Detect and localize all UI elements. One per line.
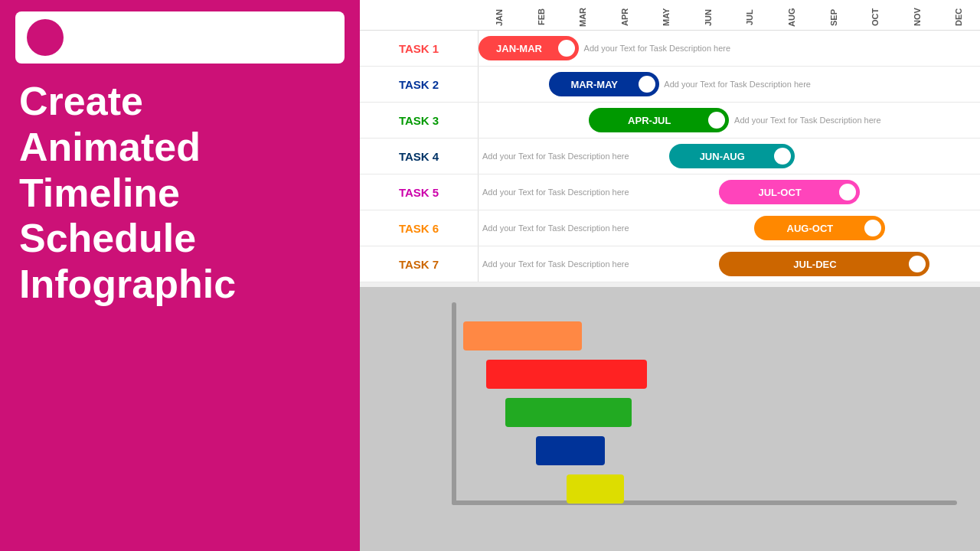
y-axis xyxy=(452,302,456,505)
task-bar-area-6: Add your Text for Task Description hereA… xyxy=(479,210,980,246)
task-desc-7: Add your Text for Task Description here xyxy=(482,259,629,269)
task-row-6: TASK 6Add your Text for Task Description… xyxy=(360,210,980,246)
logo-area xyxy=(15,11,345,64)
task-bar-2: MAR-MAY xyxy=(549,72,659,96)
task-bar-circle-2 xyxy=(639,76,655,93)
task-desc-3: Add your Text for Task Description here xyxy=(734,116,881,125)
task-bar-area-7: Add your Text for Task Description hereJ… xyxy=(479,246,980,282)
bottom-bar-4 xyxy=(536,436,605,465)
month-col-feb: FEB xyxy=(521,1,563,30)
task-bar-6: AUG-OCT xyxy=(754,216,884,240)
task-bar-area-2: Add your Text for Task Description hereM… xyxy=(479,67,980,102)
task-row-1: TASK 1Add your Text for Task Description… xyxy=(360,31,980,67)
task-row-4: TASK 4Add your Text for Task Description… xyxy=(360,139,980,174)
task-bar-5: JUL-OCT xyxy=(719,180,859,204)
task-bar-7: JUL-DEC xyxy=(719,252,929,276)
task-row-3: TASK 3Add your Text for Task Description… xyxy=(360,103,980,139)
month-col-jun: JUN xyxy=(688,1,730,30)
task-row-7: TASK 7Add your Text for Task Description… xyxy=(360,246,980,282)
task-label-6: TASK 6 xyxy=(360,210,479,246)
month-col-jan: JAN xyxy=(479,1,521,30)
task-rows: TASK 1Add your Text for Task Description… xyxy=(360,31,980,287)
month-col-dec: DEC xyxy=(938,1,980,30)
task-bar-label-4: JUN-AUG xyxy=(700,151,745,162)
task-bar-label-5: JUL-OCT xyxy=(758,187,801,198)
task-bar-circle-5 xyxy=(839,184,856,201)
month-col-apr: APR xyxy=(604,1,646,30)
task-desc-1: Add your Text for Task Description here xyxy=(584,44,731,53)
month-col-nov: NOV xyxy=(897,1,939,30)
task-bar-3: APR-JUL xyxy=(589,108,729,132)
task-label-7: TASK 7 xyxy=(360,246,479,282)
main-title: CreateAnimatedTimelineScheduleInfographi… xyxy=(0,64,360,551)
task-bar-1: JAN-MAR xyxy=(479,36,579,60)
task-desc-2: Add your Text for Task Description here xyxy=(664,80,811,89)
task-desc-5: Add your Text for Task Description here xyxy=(482,187,629,197)
task-row-5: TASK 5Add your Text for Task Description… xyxy=(360,174,980,210)
task-label-4: TASK 4 xyxy=(360,139,479,174)
bottom-bar-1 xyxy=(463,321,582,350)
task-bar-circle-4 xyxy=(774,148,791,165)
month-col-may: MAY xyxy=(645,1,688,30)
task-bar-area-1: Add your Text for Task Description hereJ… xyxy=(479,31,980,66)
x-axis xyxy=(452,500,957,505)
task-bar-circle-1 xyxy=(558,40,575,57)
gantt-area: JANFEBMARAPRMAYJUNJULAUGSEPOCTNOVDEC TAS… xyxy=(360,0,980,287)
right-panel: JANFEBMARAPRMAYJUNJULAUGSEPOCTNOVDEC TAS… xyxy=(360,0,980,551)
task-bar-circle-7 xyxy=(909,256,926,272)
month-col-jul: JUL xyxy=(729,1,771,30)
month-header: JANFEBMARAPRMAYJUNJULAUGSEPOCTNOVDEC xyxy=(360,0,980,31)
month-col-oct: OCT xyxy=(854,1,897,30)
task-desc-6: Add your Text for Task Description here xyxy=(482,223,629,233)
task-bar-label-2: MAR-MAY xyxy=(570,79,618,90)
task-bar-label-6: AUG-OCT xyxy=(787,223,834,234)
task-bar-label-1: JAN-MAR xyxy=(496,43,542,54)
task-label-2: TASK 2 xyxy=(360,67,479,102)
task-label-1: TASK 1 xyxy=(360,31,479,66)
task-bar-label-3: APR-JUL xyxy=(628,115,671,126)
task-label-5: TASK 5 xyxy=(360,174,479,210)
task-bar-area-3: Add your Text for Task Description hereA… xyxy=(479,103,980,138)
month-col-mar: MAR xyxy=(562,1,604,30)
task-label-3: TASK 3 xyxy=(360,103,479,138)
task-bar-label-7: JUL-DEC xyxy=(793,259,836,270)
logo-icon xyxy=(27,19,64,56)
task-bar-area-5: Add your Text for Task Description hereJ… xyxy=(479,174,980,210)
left-panel: CreateAnimatedTimelineScheduleInfographi… xyxy=(0,0,360,551)
month-col-aug: AUG xyxy=(771,1,813,30)
bottom-bar-2 xyxy=(486,360,647,389)
task-row-2: TASK 2Add your Text for Task Description… xyxy=(360,67,980,103)
bottom-bar-5 xyxy=(567,474,624,504)
month-col-sep: SEP xyxy=(813,1,855,30)
task-bar-circle-3 xyxy=(708,112,725,129)
task-desc-4: Add your Text for Task Description here xyxy=(482,152,629,161)
gantt-bottom xyxy=(360,287,980,551)
task-bar-area-4: Add your Text for Task Description hereJ… xyxy=(479,139,980,174)
task-bar-circle-6 xyxy=(864,220,881,236)
task-bar-4: JUN-AUG xyxy=(669,144,795,168)
gantt-bottom-inner xyxy=(394,302,957,536)
bottom-bar-3 xyxy=(505,398,632,427)
